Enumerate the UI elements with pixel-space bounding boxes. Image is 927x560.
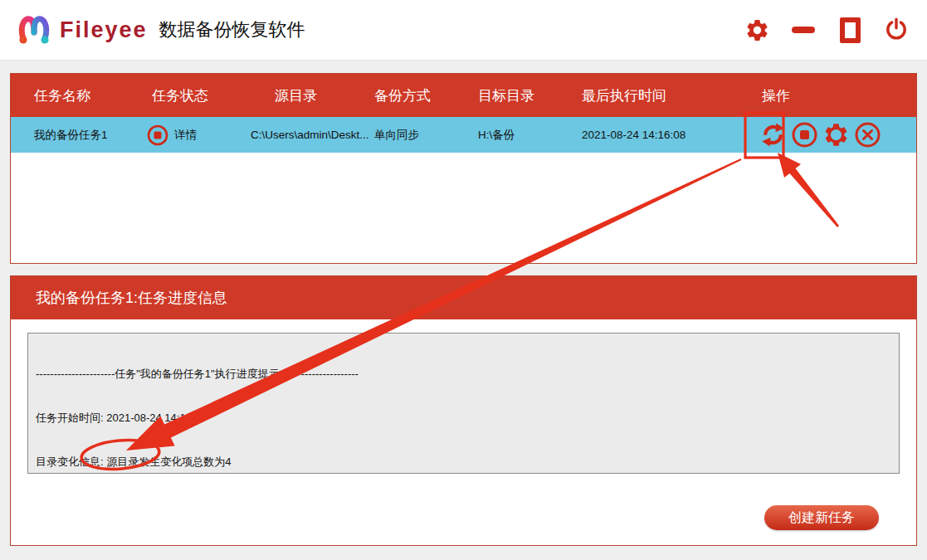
power-close-icon[interactable] <box>882 15 910 45</box>
task-name: 我的备份任务1 <box>34 128 152 143</box>
col-source-dir: 源目录 <box>275 86 374 105</box>
col-task-name: 任务名称 <box>34 86 152 105</box>
task-settings-icon[interactable] <box>822 121 850 149</box>
table-header-row: 任务名称 任务状态 源目录 备份方式 目标目录 最后执行时间 操作 <box>11 74 916 117</box>
minimize-icon[interactable] <box>789 15 817 45</box>
row-actions <box>759 121 916 149</box>
maximize-icon[interactable] <box>836 15 864 45</box>
table-row[interactable]: 我的备份任务1 详情 C:\Users\admin\Deskt... 单向同步 … <box>11 117 916 153</box>
stop-task-icon[interactable] <box>791 121 818 149</box>
settings-icon[interactable] <box>743 15 771 45</box>
window-controls <box>743 15 910 45</box>
source-directory: C:\Users\admin\Deskt... <box>251 129 374 141</box>
backup-method: 单向同步 <box>374 128 478 143</box>
col-target-dir: 目标目录 <box>478 86 582 105</box>
last-run-time: 2021-08-24 14:16:08 <box>582 129 762 141</box>
task-table-panel: 任务名称 任务状态 源目录 备份方式 目标目录 最后执行时间 操作 我的备份任务… <box>10 73 917 264</box>
col-last-run-time: 最后执行时间 <box>582 86 762 105</box>
fileyee-logo-icon <box>17 12 51 48</box>
app-header: Fileyee 数据备份恢复软件 <box>0 0 927 61</box>
log-line: 任务开始时间: 2021-08-24 14:16:07 <box>36 411 891 426</box>
target-directory: H:\备份 <box>478 128 582 143</box>
stop-status-icon[interactable] <box>147 124 168 146</box>
col-task-status: 任务状态 <box>152 86 275 105</box>
task-log-box[interactable]: ----------------------任务"我的备份任务1"执行进度提示-… <box>27 333 900 474</box>
log-line: ----------------------任务"我的备份任务1"执行进度提示-… <box>36 367 891 382</box>
col-backup-method: 备份方式 <box>374 86 478 105</box>
brand-name: Fileyee <box>60 17 148 43</box>
col-actions: 操作 <box>762 86 916 105</box>
app-title: 数据备份恢复软件 <box>159 17 305 42</box>
delete-task-icon[interactable] <box>854 121 881 149</box>
status-detail-link[interactable]: 详情 <box>174 128 197 143</box>
progress-panel-title: 我的备份任务1:任务进度信息 <box>11 276 916 319</box>
sync-run-icon[interactable] <box>759 121 787 149</box>
create-new-task-button[interactable]: 创建新任务 <box>764 505 879 530</box>
progress-panel: 我的备份任务1:任务进度信息 ----------------------任务"… <box>10 275 917 546</box>
log-line: 目录变化信息: 源目录发生变化项总数为4 <box>36 455 891 470</box>
